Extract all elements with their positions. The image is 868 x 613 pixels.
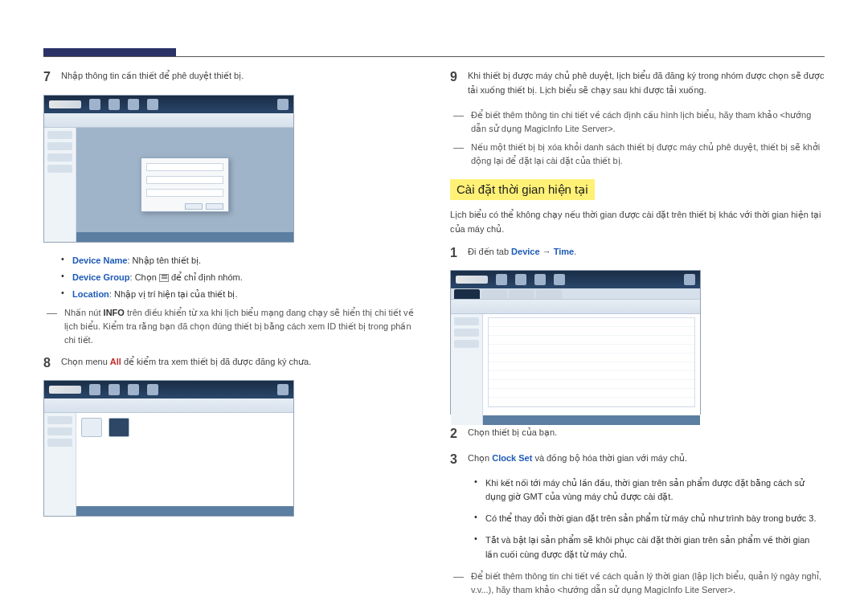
kw-clock-set: Clock Set [492, 453, 532, 463]
step-number: 1 [450, 245, 468, 263]
page-border [43, 56, 825, 57]
dash-icon: ― [453, 141, 471, 168]
screenshot-device-list [43, 380, 294, 517]
label-device-name: Device Name [72, 255, 128, 265]
step-number: 9 [450, 69, 468, 100]
section-heading: Cài đặt thời gian hiện tại [450, 179, 595, 200]
bullet-device-group: • Device Group: Chọn để chỉ định nhóm. [61, 271, 418, 284]
note-info-button: ― Nhấn nút INFO trên điều khiển từ xa kh… [47, 306, 418, 347]
section-intro: Lịch biểu có thể không chạy nếu thời gia… [450, 208, 825, 236]
step-body: Khi thiết bị được máy chủ phê duyệt, lịc… [468, 69, 825, 100]
bullet-location: • Location: Nhập vị trí hiện tại của thi… [61, 288, 418, 301]
step-text: Chọn thiết bị của bạn. [468, 426, 825, 440]
step3-note: ― Để biết thêm thông tin chi tiết về các… [453, 570, 825, 597]
step-1: 1 Đi đến tab Device → Time. [450, 245, 825, 263]
kw-time: Time [554, 247, 574, 256]
step-text: Nhập thông tin cần thiết để phê duyệt th… [61, 69, 418, 84]
kw-all: All [110, 357, 121, 366]
bullet-restore-time: • Tắt và bật lại sản phẩm sẽ khôi phục c… [474, 533, 825, 561]
step-number: 2 [450, 426, 468, 443]
content-columns: 7 Nhập thông tin cần thiết để phê duyệt … [43, 69, 825, 602]
step-number: 8 [43, 355, 61, 373]
left-column: 7 Nhập thông tin cần thiết để phê duyệt … [43, 69, 418, 602]
step-text: Khi thiết bị được máy chủ phê duyệt, lịc… [468, 69, 825, 97]
screenshot-device-time [450, 270, 701, 415]
accent-bar [43, 48, 176, 56]
note-delete-device: ― Nếu một thiết bị bị xóa khỏi danh sách… [453, 141, 825, 168]
screenshot-approve-dialog [43, 95, 294, 243]
note-guide-ref: ― Để biết thêm thông tin chi tiết về các… [453, 108, 825, 136]
step-body: Nhập thông tin cần thiết để phê duyệt th… [61, 69, 418, 87]
label-device-group: Device Group [72, 272, 130, 282]
step-3: 3 Chọn Clock Set và đồng bộ hóa thời gia… [450, 452, 825, 469]
bullet-change-time: • Có thể thay đổi thời gian đặt trên sản… [474, 512, 825, 525]
step3-bullets: • Khi kết nối tới máy chủ lần đầu, thời … [474, 476, 825, 561]
right-column: 9 Khi thiết bị được máy chủ phê duyệt, l… [450, 69, 825, 602]
step-7: 7 Nhập thông tin cần thiết để phê duyệt … [43, 69, 418, 87]
kw-info: INFO [104, 308, 125, 317]
step9-notes: ― Để biết thêm thông tin chi tiết về các… [453, 108, 825, 168]
dash-icon: ― [47, 306, 64, 347]
step-number: 7 [43, 69, 61, 87]
field-bullets: • Device Name: Nhập tên thiết bị. • Devi… [61, 254, 418, 301]
browse-icon [159, 274, 169, 282]
step-number: 3 [450, 452, 468, 469]
bullet-gmt: • Khi kết nối tới máy chủ lần đầu, thời … [474, 476, 825, 504]
step-2: 2 Chọn thiết bị của bạn. [450, 426, 825, 443]
step-body: Chọn menu All để kiểm tra xem thiết bị đ… [61, 355, 418, 373]
bullet-device-name: • Device Name: Nhập tên thiết bị. [61, 254, 418, 268]
label-location: Location [72, 289, 109, 299]
kw-device: Device [511, 247, 539, 256]
dash-icon: ― [453, 570, 471, 597]
step-9: 9 Khi thiết bị được máy chủ phê duyệt, l… [450, 69, 825, 100]
dash-icon: ― [453, 108, 471, 136]
step-8: 8 Chọn menu All để kiểm tra xem thiết bị… [43, 355, 418, 373]
